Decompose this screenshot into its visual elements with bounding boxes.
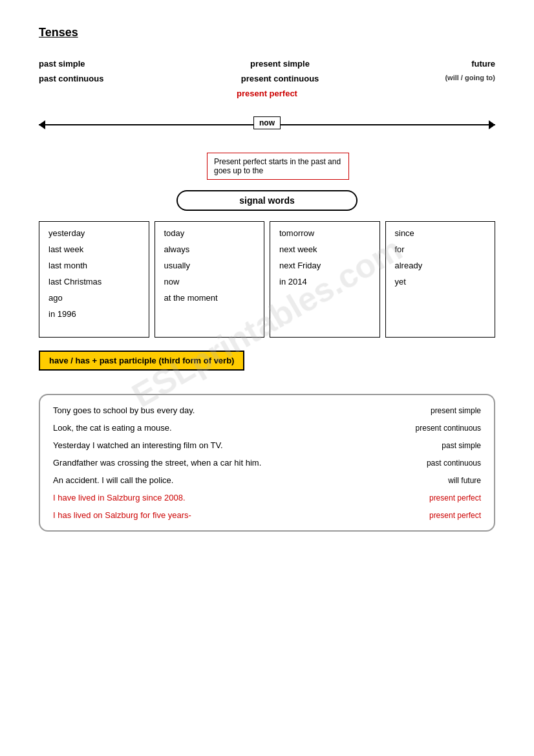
- signal-word: at the moment: [164, 293, 255, 303]
- signal-word: tomorrow: [279, 228, 370, 238]
- signal-col-0: yesterdaylast weeklast monthlast Christm…: [39, 221, 149, 338]
- timeline: now: [39, 111, 495, 144]
- example-tense: will future: [378, 476, 481, 485]
- past-simple-label: past simple: [39, 59, 142, 69]
- example-tense: present perfect: [378, 493, 481, 502]
- tenses-row-2: past continuous present continuous (will…: [39, 74, 495, 83]
- example-tense: present perfect: [378, 511, 481, 520]
- example-sentence: I has lived on Salzburg for five years-: [53, 510, 378, 520]
- signal-word: ago: [48, 293, 140, 303]
- example-tense: present continuous: [378, 424, 481, 433]
- example-row-3: Grandfather was crossing the street, whe…: [53, 458, 481, 468]
- signal-word: always: [164, 244, 255, 254]
- example-sentence: Yesterday I watched an interesting film …: [53, 440, 378, 450]
- signal-word: yet: [395, 277, 486, 286]
- signal-word: today: [164, 228, 255, 238]
- example-tense: past continuous: [378, 459, 481, 468]
- signal-col-1: todayalwaysusuallynowat the moment: [155, 221, 265, 338]
- signal-col-3: sinceforalreadyyet: [385, 221, 496, 338]
- example-sentence: I have lived in Salzburg since 2008.: [53, 493, 378, 502]
- present-continuous-label: present continuous: [142, 74, 418, 83]
- example-row-5: I have lived in Salzburg since 2008.pres…: [53, 493, 481, 502]
- signal-words-oval: signal words: [176, 190, 358, 211]
- example-sentence: Grandfather was crossing the street, whe…: [53, 458, 378, 468]
- example-row-1: Look, the cat is eating a mouse.present …: [53, 423, 481, 433]
- signal-word: yesterday: [48, 228, 140, 238]
- timeline-arrow-right: [489, 120, 495, 129]
- example-sentence: Look, the cat is eating a mouse.: [53, 423, 378, 433]
- examples-box: Tony goes to school by bus every day.pre…: [39, 394, 495, 532]
- signal-word: last month: [48, 261, 140, 270]
- signal-word: already: [395, 261, 486, 270]
- example-row-2: Yesterday I watched an interesting film …: [53, 440, 481, 450]
- example-tense: past simple: [378, 441, 481, 450]
- now-box: now: [253, 116, 281, 129]
- signal-word: for: [395, 244, 486, 254]
- page-title: Tenses: [39, 26, 495, 39]
- tenses-section: past simple present simple future past c…: [39, 59, 495, 98]
- pp-note-box: Present perfect starts in the past and g…: [207, 153, 349, 180]
- past-continuous-label: past continuous: [39, 74, 142, 83]
- signal-word: next Friday: [279, 261, 370, 270]
- present-simple-label: present simple: [142, 59, 418, 69]
- future-label: future: [418, 59, 495, 69]
- example-row-6: I has lived on Salzburg for five years-p…: [53, 510, 481, 520]
- signal-word: in 1996: [48, 309, 140, 319]
- formula-box: have / has + past participle (third form…: [39, 351, 244, 371]
- example-row-4: An accident. I will call the police.will…: [53, 475, 481, 485]
- signal-word: last Christmas: [48, 277, 140, 286]
- signal-word: in 2014: [279, 277, 370, 286]
- example-tense: present simple: [378, 406, 481, 415]
- signal-word: last week: [48, 244, 140, 254]
- signal-col-2: tomorrownext weeknext Fridayin 2014: [270, 221, 380, 338]
- will-going-to-label: (will / going to): [418, 74, 495, 83]
- signal-table: yesterdaylast weeklast monthlast Christm…: [39, 221, 495, 338]
- signal-word: usually: [164, 261, 255, 270]
- example-row-0: Tony goes to school by bus every day.pre…: [53, 405, 481, 415]
- signal-word: since: [395, 228, 486, 238]
- tenses-row-1: past simple present simple future: [39, 59, 495, 69]
- example-sentence: An accident. I will call the police.: [53, 475, 378, 485]
- signal-word: now: [164, 277, 255, 286]
- example-sentence: Tony goes to school by bus every day.: [53, 405, 378, 415]
- present-perfect-label: present perfect: [39, 89, 495, 98]
- signal-word: next week: [279, 244, 370, 254]
